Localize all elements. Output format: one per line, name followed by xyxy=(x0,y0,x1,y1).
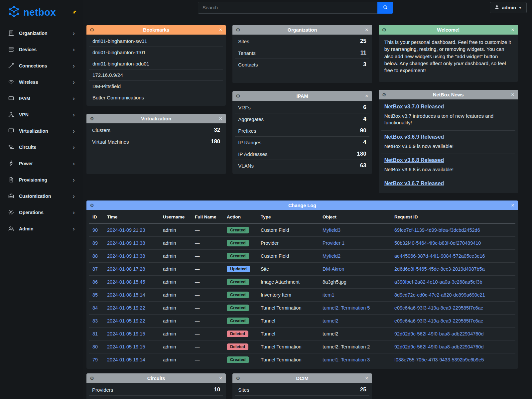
stat-value[interactable]: 180 xyxy=(357,151,366,157)
stat-value[interactable]: 3 xyxy=(363,61,366,68)
pin-sidebar-icon[interactable] xyxy=(72,10,77,16)
stat-value[interactable]: 180 xyxy=(211,138,220,145)
stat-value[interactable]: 10 xyxy=(214,386,220,393)
log-request-id-link[interactable]: a390fbef-2a82-4e10-aa0a-3c268aa5ef3b xyxy=(394,279,482,285)
bookmark-link[interactable]: dmi01-binghamton-rtr01 xyxy=(89,47,223,58)
widget-config-icon[interactable]: ⚙ xyxy=(236,91,240,101)
sidebar-item-connections[interactable]: Connections › xyxy=(0,58,83,74)
widget-close-icon[interactable]: × xyxy=(219,114,222,123)
bookmark-link[interactable]: dmi01-binghamton-pdu01 xyxy=(89,58,223,69)
sidebar-item-virtualization[interactable]: Virtualization › xyxy=(0,123,83,139)
news-title-link[interactable]: NetBox v3.6.8 Released xyxy=(384,157,444,163)
log-request-id-link[interactable]: 50b32f40-5464-4f9c-b83f-0ef270489410 xyxy=(394,240,481,246)
log-request-id-link[interactable]: 92d02d9c-562f-49f0-baa8-adb22904760d xyxy=(394,344,483,349)
log-id-link[interactable]: 85 xyxy=(92,292,98,298)
stat-value[interactable]: 6 xyxy=(363,104,366,111)
sidebar-item-vpn[interactable]: VPN › xyxy=(0,106,83,123)
log-time-link[interactable]: 2024-01-08 17:28 xyxy=(107,266,145,272)
widget-close-icon[interactable]: × xyxy=(365,25,368,35)
widget-config-icon[interactable]: ⚙ xyxy=(90,114,94,123)
log-object-link[interactable]: Provider 1 xyxy=(323,240,344,246)
widget-close-icon[interactable]: × xyxy=(219,25,222,35)
log-time-link[interactable]: 2024-01-09 21:23 xyxy=(107,227,145,233)
bookmark-link[interactable]: DM-Pittsfield xyxy=(89,81,223,92)
news-title-link[interactable]: NetBox v3.6.7 Released xyxy=(384,181,444,186)
log-object-link[interactable]: tunnel2: Termination 5 xyxy=(323,305,370,311)
widget-close-icon[interactable]: × xyxy=(511,90,514,99)
log-object-link[interactable]: Myfield2 xyxy=(323,253,340,259)
stat-value[interactable]: 32 xyxy=(214,127,220,133)
widget-config-icon[interactable]: ⚙ xyxy=(382,90,386,99)
stat-value[interactable]: 4 xyxy=(363,116,366,122)
stat-value[interactable]: 25 xyxy=(360,386,366,393)
log-id-link[interactable]: 81 xyxy=(92,331,98,336)
sidebar-item-provisioning[interactable]: Provisioning › xyxy=(0,172,83,188)
sidebar-item-power[interactable]: Power › xyxy=(0,155,83,172)
stat-value[interactable]: 4 xyxy=(363,139,366,146)
log-time-link[interactable]: 2024-01-05 19:15 xyxy=(107,331,145,336)
log-time-link[interactable]: 2024-01-08 15:14 xyxy=(107,292,145,298)
sidebar-item-operations[interactable]: Operations › xyxy=(0,204,83,220)
log-id-link[interactable]: 84 xyxy=(92,305,98,311)
widget-close-icon[interactable]: × xyxy=(219,373,222,383)
log-time-link[interactable]: 2024-01-05 19:14 xyxy=(107,357,145,362)
user-menu-button[interactable]: admin ▼ xyxy=(490,2,527,13)
log-request-id-link[interactable]: e09c64a6-93f3-419a-8ea9-229585f7c6ae xyxy=(394,318,483,324)
log-time-link[interactable]: 2024-01-05 19:15 xyxy=(107,344,145,349)
widget-close-icon[interactable]: × xyxy=(511,25,514,35)
widget-config-icon[interactable]: ⚙ xyxy=(90,25,94,35)
bookmark-link[interactable]: dmi01-binghamton-sw01 xyxy=(89,36,223,47)
sidebar-item-devices[interactable]: Devices › xyxy=(0,41,83,58)
log-time-link[interactable]: 2024-01-09 13:38 xyxy=(107,253,145,259)
search-input[interactable] xyxy=(198,2,377,14)
sidebar-item-admin[interactable]: Admin › xyxy=(0,220,83,237)
log-request-id-link[interactable]: e09c64a6-93f3-419a-8ea9-229585f7c6ae xyxy=(394,305,483,311)
search-button[interactable] xyxy=(377,2,393,14)
sidebar-item-organization[interactable]: Organization › xyxy=(0,25,83,41)
bookmark-link[interactable]: 172.16.0.9/24 xyxy=(89,69,223,81)
log-object-link[interactable]: tunnel2 xyxy=(323,318,338,324)
log-id-link[interactable]: 89 xyxy=(92,240,98,246)
widget-close-icon[interactable]: × xyxy=(365,91,368,101)
sidebar-item-ipam[interactable]: IPAM › xyxy=(0,90,83,106)
widget-close-icon[interactable]: × xyxy=(365,373,368,383)
widget-config-icon[interactable]: ⚙ xyxy=(90,373,94,383)
log-time-link[interactable]: 2024-01-09 13:38 xyxy=(107,240,145,246)
bookmark-link[interactable]: Butler Communications xyxy=(89,92,223,103)
stat-value[interactable]: 11 xyxy=(360,50,366,56)
widget-config-icon[interactable]: ⚙ xyxy=(382,25,386,35)
stat-value[interactable]: 25 xyxy=(360,38,366,45)
log-request-id-link[interactable]: 69fce7cf-1139-4d99-bfea-f3dcbd2452d6 xyxy=(394,227,480,233)
widget-close-icon[interactable]: × xyxy=(511,200,514,210)
widget-config-icon[interactable]: ⚙ xyxy=(236,25,240,35)
log-id-link[interactable]: 80 xyxy=(92,344,98,349)
widget-config-icon[interactable]: ⚙ xyxy=(90,200,94,210)
netbox-logo-text[interactable]: netbox xyxy=(23,7,56,18)
news-title-link[interactable]: NetBox v3.6.9 Released xyxy=(384,134,444,140)
log-object-link[interactable]: DM-Akron xyxy=(323,266,344,272)
log-request-id-link[interactable]: 8d9cd72e-cd0c-47c2-a620-dc899a690c21 xyxy=(394,292,485,298)
log-request-id-link[interactable]: ae445066-387d-44f1-9084-572a05ce3e16 xyxy=(394,253,485,259)
sidebar-item-wireless[interactable]: Wireless › xyxy=(0,74,83,90)
sidebar-item-customization[interactable]: Customization › xyxy=(0,188,83,204)
log-id-link[interactable]: 83 xyxy=(92,318,98,324)
log-request-id-link[interactable]: f038e755-705e-47f3-9433-5392b9e6b9e5 xyxy=(394,357,484,362)
log-time-link[interactable]: 2024-01-05 19:22 xyxy=(107,318,145,324)
widget-config-icon[interactable]: ⚙ xyxy=(236,373,240,383)
log-id-link[interactable]: 88 xyxy=(92,253,98,259)
log-object-link[interactable]: tunnel1: Termination 3 xyxy=(323,357,370,362)
log-request-id-link[interactable]: 92d02d9c-562f-49f0-baa8-adb22904760d xyxy=(394,331,483,336)
log-id-link[interactable]: 79 xyxy=(92,357,98,362)
log-time-link[interactable]: 2024-01-08 15:45 xyxy=(107,279,145,285)
log-id-link[interactable]: 86 xyxy=(92,279,98,285)
log-time-link[interactable]: 2024-01-05 19:22 xyxy=(107,305,145,311)
log-request-id-link[interactable]: 2d6d6e8f-5465-45dc-8ec3-2019d4087b5a xyxy=(394,266,485,272)
netbox-logo-icon[interactable] xyxy=(7,5,21,20)
log-object-link[interactable]: item1 xyxy=(323,292,334,298)
stat-value[interactable]: 63 xyxy=(360,162,366,169)
log-id-link[interactable]: 87 xyxy=(92,266,98,272)
log-id-link[interactable]: 90 xyxy=(92,227,98,233)
stat-value[interactable]: 90 xyxy=(360,127,366,134)
sidebar-item-circuits[interactable]: Circuits › xyxy=(0,139,83,155)
log-object-link[interactable]: Myfield3 xyxy=(323,227,340,233)
